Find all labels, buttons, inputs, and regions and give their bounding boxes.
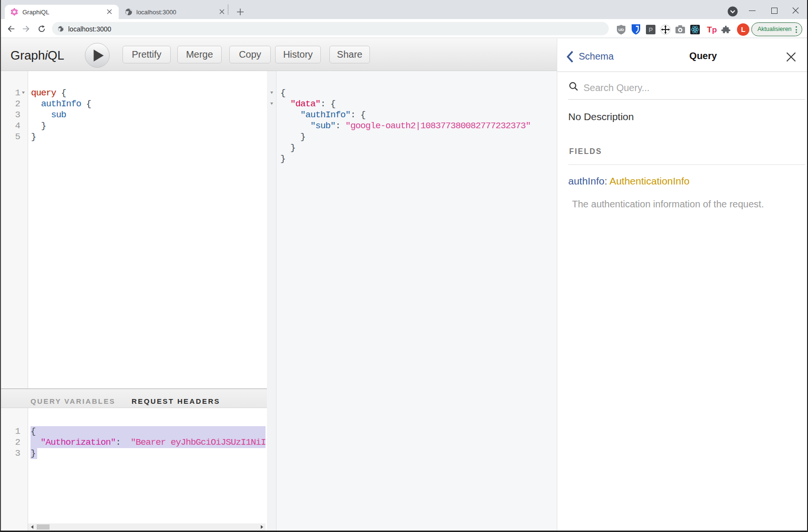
- svg-text:UD: UD: [618, 28, 624, 32]
- svg-text:P: P: [649, 26, 653, 33]
